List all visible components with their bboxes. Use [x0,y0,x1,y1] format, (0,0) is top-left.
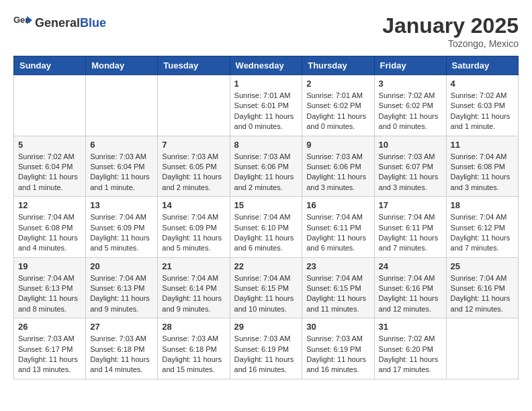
column-header-monday: Monday [86,56,158,75]
day-info: Sunrise: 7:04 AM Sunset: 6:15 PM Dayligh… [306,273,369,315]
day-number: 10 [379,140,442,150]
day-info: Sunrise: 7:04 AM Sunset: 6:11 PM Dayligh… [306,212,369,254]
day-info: Sunrise: 7:03 AM Sunset: 6:07 PM Dayligh… [379,152,442,193]
calendar-cell [86,75,158,136]
day-number: 18 [451,200,514,210]
day-info: Sunrise: 7:03 AM Sunset: 6:17 PM Dayligh… [18,334,81,375]
column-header-thursday: Thursday [302,56,374,75]
logo-icon: Gen [13,13,32,32]
day-number: 25 [451,261,514,271]
day-number: 17 [379,200,442,210]
calendar-cell: 21Sunrise: 7:04 AM Sunset: 6:14 PM Dayli… [158,257,230,318]
page-header: Gen General Blue January 2025 Tozongo, M… [13,13,519,49]
calendar-cell: 4Sunrise: 7:02 AM Sunset: 6:03 PM Daylig… [446,75,518,136]
calendar-cell: 5Sunrise: 7:02 AM Sunset: 6:04 PM Daylig… [14,136,86,197]
calendar-week-row: 26Sunrise: 7:03 AM Sunset: 6:17 PM Dayli… [14,318,519,379]
day-info: Sunrise: 7:03 AM Sunset: 6:18 PM Dayligh… [162,334,225,375]
title-block: January 2025 Tozongo, Mexico [382,13,519,49]
day-info: Sunrise: 7:04 AM Sunset: 6:16 PM Dayligh… [451,273,514,315]
calendar-cell: 11Sunrise: 7:04 AM Sunset: 6:08 PM Dayli… [446,136,518,197]
day-info: Sunrise: 7:03 AM Sunset: 6:05 PM Dayligh… [162,152,225,193]
day-number: 2 [306,79,369,89]
day-number: 11 [451,140,514,150]
day-info: Sunrise: 7:04 AM Sunset: 6:13 PM Dayligh… [90,273,153,315]
day-number: 21 [162,261,225,271]
calendar-cell: 12Sunrise: 7:04 AM Sunset: 6:08 PM Dayli… [14,197,86,258]
day-number: 29 [234,322,298,332]
day-number: 16 [306,200,369,210]
day-info: Sunrise: 7:03 AM Sunset: 6:19 PM Dayligh… [306,334,369,375]
day-number: 20 [90,261,153,271]
day-info: Sunrise: 7:04 AM Sunset: 6:11 PM Dayligh… [379,212,442,254]
day-number: 24 [379,261,442,271]
day-info: Sunrise: 7:03 AM Sunset: 6:04 PM Dayligh… [90,152,153,193]
day-info: Sunrise: 7:04 AM Sunset: 6:10 PM Dayligh… [234,212,298,254]
day-number: 13 [90,200,153,210]
calendar-cell: 8Sunrise: 7:03 AM Sunset: 6:06 PM Daylig… [230,136,302,197]
day-info: Sunrise: 7:02 AM Sunset: 6:02 PM Dayligh… [379,91,442,132]
day-info: Sunrise: 7:01 AM Sunset: 6:01 PM Dayligh… [234,91,298,132]
calendar-cell [446,318,518,379]
calendar-week-row: 5Sunrise: 7:02 AM Sunset: 6:04 PM Daylig… [14,136,519,197]
day-number: 28 [162,322,225,332]
calendar-cell: 23Sunrise: 7:04 AM Sunset: 6:15 PM Dayli… [302,257,374,318]
calendar-cell: 29Sunrise: 7:03 AM Sunset: 6:19 PM Dayli… [230,318,302,379]
calendar-cell: 1Sunrise: 7:01 AM Sunset: 6:01 PM Daylig… [230,75,302,136]
location-subtitle: Tozongo, Mexico [382,38,519,49]
day-info: Sunrise: 7:04 AM Sunset: 6:12 PM Dayligh… [451,212,514,254]
calendar-cell: 2Sunrise: 7:01 AM Sunset: 6:02 PM Daylig… [302,75,374,136]
logo-text-general: General [35,17,80,29]
day-info: Sunrise: 7:04 AM Sunset: 6:13 PM Dayligh… [18,273,81,315]
day-info: Sunrise: 7:03 AM Sunset: 6:06 PM Dayligh… [234,152,298,193]
day-info: Sunrise: 7:04 AM Sunset: 6:08 PM Dayligh… [18,212,81,254]
day-number: 15 [234,200,298,210]
day-number: 31 [379,322,442,332]
day-info: Sunrise: 7:04 AM Sunset: 6:08 PM Dayligh… [451,152,514,193]
calendar-cell: 16Sunrise: 7:04 AM Sunset: 6:11 PM Dayli… [302,197,374,258]
calendar-cell: 19Sunrise: 7:04 AM Sunset: 6:13 PM Dayli… [14,257,86,318]
calendar-cell: 10Sunrise: 7:03 AM Sunset: 6:07 PM Dayli… [374,136,446,197]
day-info: Sunrise: 7:03 AM Sunset: 6:19 PM Dayligh… [234,334,298,375]
day-number: 4 [451,79,514,89]
column-header-sunday: Sunday [14,56,86,75]
day-number: 12 [18,200,81,210]
calendar-table: SundayMondayTuesdayWednesdayThursdayFrid… [13,56,519,379]
calendar-cell: 3Sunrise: 7:02 AM Sunset: 6:02 PM Daylig… [374,75,446,136]
day-info: Sunrise: 7:04 AM Sunset: 6:09 PM Dayligh… [162,212,225,254]
day-info: Sunrise: 7:03 AM Sunset: 6:06 PM Dayligh… [306,152,369,193]
calendar-cell: 26Sunrise: 7:03 AM Sunset: 6:17 PM Dayli… [14,318,86,379]
calendar-header-row: SundayMondayTuesdayWednesdayThursdayFrid… [14,56,519,75]
day-number: 27 [90,322,153,332]
month-year-title: January 2025 [382,13,519,38]
calendar-week-row: 19Sunrise: 7:04 AM Sunset: 6:13 PM Dayli… [14,257,519,318]
day-info: Sunrise: 7:01 AM Sunset: 6:02 PM Dayligh… [306,91,369,132]
calendar-cell: 17Sunrise: 7:04 AM Sunset: 6:11 PM Dayli… [374,197,446,258]
day-info: Sunrise: 7:03 AM Sunset: 6:18 PM Dayligh… [90,334,153,375]
calendar-cell [158,75,230,136]
calendar-cell [14,75,86,136]
day-number: 14 [162,200,225,210]
column-header-wednesday: Wednesday [230,56,302,75]
column-header-tuesday: Tuesday [158,56,230,75]
day-info: Sunrise: 7:04 AM Sunset: 6:16 PM Dayligh… [379,273,442,315]
day-info: Sunrise: 7:04 AM Sunset: 6:09 PM Dayligh… [90,212,153,254]
day-number: 6 [90,140,153,150]
calendar-cell: 20Sunrise: 7:04 AM Sunset: 6:13 PM Dayli… [86,257,158,318]
day-info: Sunrise: 7:02 AM Sunset: 6:04 PM Dayligh… [18,152,81,193]
calendar-cell: 28Sunrise: 7:03 AM Sunset: 6:18 PM Dayli… [158,318,230,379]
day-number: 5 [18,140,81,150]
calendar-cell: 13Sunrise: 7:04 AM Sunset: 6:09 PM Dayli… [86,197,158,258]
logo: Gen General Blue [13,13,106,32]
calendar-cell: 9Sunrise: 7:03 AM Sunset: 6:06 PM Daylig… [302,136,374,197]
column-header-friday: Friday [374,56,446,75]
calendar-cell: 25Sunrise: 7:04 AM Sunset: 6:16 PM Dayli… [446,257,518,318]
day-number: 22 [234,261,298,271]
calendar-cell: 14Sunrise: 7:04 AM Sunset: 6:09 PM Dayli… [158,197,230,258]
day-info: Sunrise: 7:02 AM Sunset: 6:03 PM Dayligh… [451,91,514,132]
calendar-cell: 30Sunrise: 7:03 AM Sunset: 6:19 PM Dayli… [302,318,374,379]
column-header-saturday: Saturday [446,56,518,75]
day-number: 19 [18,261,81,271]
day-info: Sunrise: 7:04 AM Sunset: 6:15 PM Dayligh… [234,273,298,315]
day-number: 9 [306,140,369,150]
calendar-cell: 22Sunrise: 7:04 AM Sunset: 6:15 PM Dayli… [230,257,302,318]
